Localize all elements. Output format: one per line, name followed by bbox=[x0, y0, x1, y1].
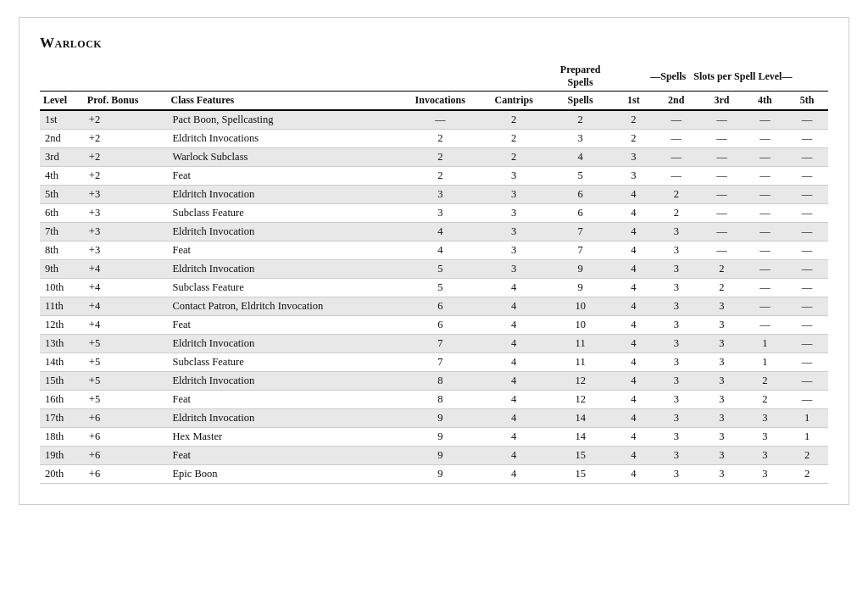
table-cell: 3 bbox=[744, 409, 787, 428]
col-header-invocations: Invocations bbox=[399, 92, 481, 111]
col-header-5th: 5th bbox=[786, 92, 828, 111]
table-cell: — bbox=[399, 110, 481, 130]
table-cell: Eldritch Invocation bbox=[167, 372, 398, 391]
table-cell: Warlock Subclass bbox=[167, 148, 398, 167]
table-cell: — bbox=[744, 110, 787, 130]
table-cell: +3 bbox=[84, 241, 168, 260]
table-cell: 2 bbox=[399, 167, 481, 186]
table-cell: 14th bbox=[40, 353, 84, 372]
table-cell: 3 bbox=[699, 409, 743, 428]
table-cell: — bbox=[786, 316, 828, 335]
table-cell: 12 bbox=[547, 372, 615, 391]
table-cell: 6 bbox=[399, 316, 481, 335]
table-cell: 2 bbox=[481, 148, 547, 167]
table-cell: 4 bbox=[481, 316, 547, 335]
table-cell: — bbox=[786, 297, 828, 316]
table-cell: 3 bbox=[699, 353, 743, 372]
table-cell: — bbox=[744, 241, 787, 260]
table-cell: 7th bbox=[40, 223, 84, 241]
table-cell: — bbox=[699, 223, 743, 241]
table-cell: 2 bbox=[699, 260, 743, 279]
table-cell: 4 bbox=[481, 297, 547, 316]
table-cell: — bbox=[653, 148, 699, 167]
table-cell: — bbox=[744, 204, 787, 223]
table-cell: 3 bbox=[653, 279, 699, 297]
table-cell: Eldritch Invocation bbox=[167, 223, 398, 241]
table-cell: 4 bbox=[615, 297, 654, 316]
table-cell: 3 bbox=[653, 241, 699, 260]
table-cell: +2 bbox=[84, 110, 168, 130]
table-cell: 4 bbox=[615, 223, 654, 241]
table-cell: 3 bbox=[653, 391, 699, 409]
table-cell: 4 bbox=[615, 372, 654, 391]
table-cell: 4 bbox=[615, 186, 654, 204]
table-cell: — bbox=[786, 279, 828, 297]
table-cell: — bbox=[699, 148, 743, 167]
empty-superheader-1 bbox=[40, 62, 399, 92]
table-cell: 8 bbox=[399, 372, 481, 391]
table-cell: 4 bbox=[481, 409, 547, 428]
table-cell: — bbox=[699, 204, 743, 223]
table-cell: 7 bbox=[399, 335, 481, 353]
table-cell: 3 bbox=[653, 223, 699, 241]
table-cell: — bbox=[786, 260, 828, 279]
table-cell: 7 bbox=[399, 353, 481, 372]
table-cell: +4 bbox=[84, 316, 168, 335]
table-cell: 3 bbox=[699, 316, 743, 335]
table-row: 6th+3Subclass Feature33642——— bbox=[40, 204, 828, 223]
table-cell: +2 bbox=[84, 148, 168, 167]
table-cell: — bbox=[786, 372, 828, 391]
table-cell: 4 bbox=[615, 447, 654, 465]
table-row: 14th+5Subclass Feature74114331— bbox=[40, 353, 828, 372]
table-cell: 16th bbox=[40, 391, 84, 409]
table-cell: 6th bbox=[40, 204, 84, 223]
table-cell: 4 bbox=[615, 353, 654, 372]
table-cell: — bbox=[744, 316, 787, 335]
table-cell: 3 bbox=[699, 335, 743, 353]
table-cell: 1 bbox=[744, 335, 787, 353]
table-cell: 2 bbox=[786, 465, 828, 484]
table-cell: 4 bbox=[481, 372, 547, 391]
table-cell: +6 bbox=[84, 465, 168, 484]
table-cell: 4th bbox=[40, 167, 84, 186]
table-cell: 2 bbox=[699, 279, 743, 297]
table-cell: 3 bbox=[615, 148, 654, 167]
table-cell: 4 bbox=[615, 391, 654, 409]
table-cell: 4 bbox=[399, 223, 481, 241]
table-cell: 3 bbox=[699, 372, 743, 391]
table-cell: Eldritch Invocations bbox=[167, 130, 398, 148]
table-cell: 15th bbox=[40, 372, 84, 391]
table-cell: 8 bbox=[399, 391, 481, 409]
table-cell: +3 bbox=[84, 204, 168, 223]
table-cell: 3 bbox=[615, 167, 654, 186]
table-cell: 6 bbox=[547, 204, 615, 223]
table-cell: 9 bbox=[399, 409, 481, 428]
table-cell: 1 bbox=[786, 428, 828, 447]
table-cell: 3 bbox=[653, 353, 699, 372]
table-cell: +3 bbox=[84, 223, 168, 241]
table-cell: 3 bbox=[699, 465, 743, 484]
table-cell: 11 bbox=[547, 353, 615, 372]
table-cell: Feat bbox=[167, 241, 398, 260]
empty-superheader-2 bbox=[399, 62, 481, 92]
table-row: 3rd+2Warlock Subclass2243———— bbox=[40, 148, 828, 167]
table-cell: 2 bbox=[481, 130, 547, 148]
table-cell: Eldritch Invocation bbox=[167, 260, 398, 279]
table-cell: 19th bbox=[40, 447, 84, 465]
table-row: 5th+3Eldritch Invocation33642——— bbox=[40, 186, 828, 204]
table-cell: — bbox=[786, 391, 828, 409]
table-row: 1st+2Pact Boon, Spellcasting—222———— bbox=[40, 110, 828, 130]
table-cell: — bbox=[744, 167, 787, 186]
table-cell: 3 bbox=[744, 428, 787, 447]
table-cell: 4 bbox=[615, 260, 654, 279]
table-cell: +6 bbox=[84, 447, 168, 465]
table-cell: 4 bbox=[481, 335, 547, 353]
table-cell: 3 bbox=[653, 372, 699, 391]
table-cell: 3 bbox=[653, 409, 699, 428]
table-cell: 4 bbox=[615, 316, 654, 335]
table-cell: 3 bbox=[699, 297, 743, 316]
table-cell: — bbox=[744, 223, 787, 241]
table-cell: — bbox=[653, 167, 699, 186]
table-cell: 8th bbox=[40, 241, 84, 260]
table-cell: — bbox=[786, 110, 828, 130]
